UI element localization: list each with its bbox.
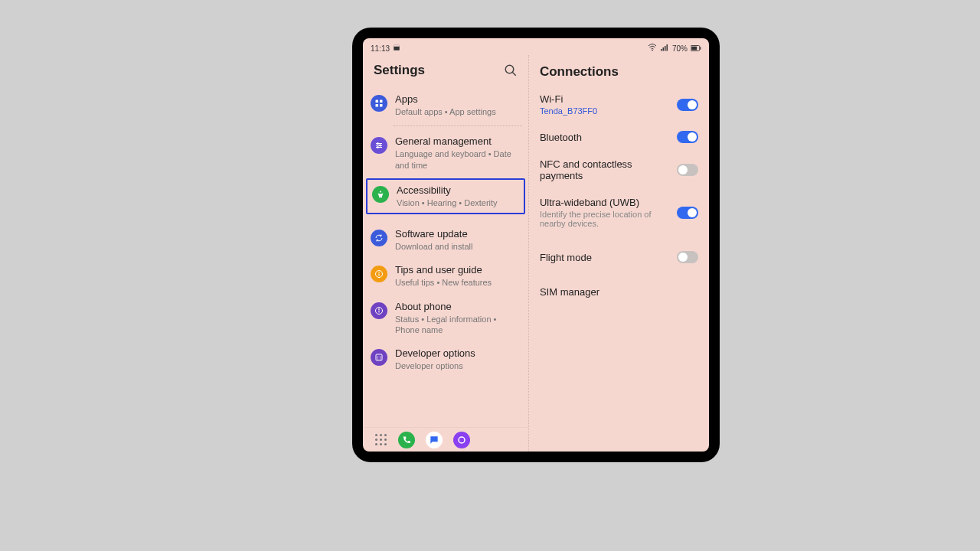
wifi-toggle[interactable] <box>677 99 698 111</box>
item-title: About phone <box>395 301 519 312</box>
item-sub: Default apps • App settings <box>395 106 519 117</box>
settings-item-tips[interactable]: Tips and user guide Useful tips • New fe… <box>363 258 528 294</box>
connections-title: Connections <box>540 64 619 79</box>
svg-rect-3 <box>661 49 662 51</box>
svg-rect-4 <box>662 47 664 51</box>
item-sub: Developer options <box>395 360 519 371</box>
connection-uwb[interactable]: Ultra-wideband (UWB) Identify the precis… <box>529 189 709 236</box>
svg-rect-25 <box>379 274 380 276</box>
settings-item-accessibility[interactable]: Accessibility Vision • Hearing • Dexteri… <box>366 178 525 214</box>
settings-title: Settings <box>374 63 425 78</box>
conn-title: SIM manager <box>540 286 698 298</box>
svg-rect-9 <box>700 47 701 50</box>
svg-point-10 <box>505 65 514 73</box>
item-title: Accessibility <box>397 184 518 196</box>
svg-point-24 <box>378 272 380 274</box>
svg-point-21 <box>377 147 379 148</box>
conn-title: Flight mode <box>540 252 671 263</box>
wifi-icon <box>648 43 657 54</box>
general-management-icon <box>371 137 387 154</box>
status-time: 11:13 <box>371 44 390 53</box>
svg-line-11 <box>512 72 516 76</box>
flight-mode-toggle[interactable] <box>677 251 698 263</box>
connection-bluetooth[interactable]: Bluetooth <box>529 123 709 151</box>
battery-icon <box>691 44 701 53</box>
nav-bar <box>363 427 528 452</box>
tablet-frame: 11:13 70% Settings <box>352 28 720 462</box>
conn-sub: Tenda_B73FF0 <box>540 106 671 116</box>
signal-icon <box>660 43 669 54</box>
svg-rect-14 <box>376 104 379 107</box>
about-phone-icon <box>371 302 387 319</box>
item-title: Software update <box>395 228 519 240</box>
svg-rect-5 <box>665 46 666 51</box>
svg-point-2 <box>652 50 652 51</box>
search-icon[interactable] <box>504 64 518 77</box>
connection-wifi[interactable]: Wi-Fi Tenda_B73FF0 <box>529 86 709 123</box>
software-update-icon <box>371 230 387 246</box>
connection-nfc[interactable]: NFC and contactless payments <box>529 151 709 189</box>
connections-pane: Connections Wi-Fi Tenda_B73FF0 Bluetooth <box>529 55 709 452</box>
item-title: Tips and user guide <box>395 264 519 276</box>
apps-icon <box>371 95 387 112</box>
phone-app-icon[interactable] <box>398 432 415 448</box>
uwb-toggle[interactable] <box>677 207 698 219</box>
app-drawer-icon[interactable] <box>374 433 387 447</box>
svg-point-31 <box>459 437 465 443</box>
svg-rect-15 <box>380 104 383 107</box>
tips-icon <box>371 266 387 282</box>
settings-list-pane: Settings Apps Default apps • App setting… <box>363 55 529 452</box>
svg-point-27 <box>379 308 380 309</box>
svg-point-20 <box>380 145 381 146</box>
settings-item-developer-options[interactable]: { } Developer options Developer options <box>363 341 528 377</box>
svg-text:{ }: { } <box>377 355 381 360</box>
item-sub: Status • Legal information • Phone name <box>395 314 519 336</box>
item-title: General management <box>395 135 519 147</box>
svg-rect-13 <box>380 100 383 103</box>
conn-title: NFC and contactless payments <box>540 158 671 181</box>
connection-flight-mode[interactable]: Flight mode <box>529 243 709 271</box>
svg-rect-8 <box>691 46 697 50</box>
messages-app-icon[interactable] <box>426 432 443 448</box>
calendar-icon <box>393 44 400 53</box>
item-title: Developer options <box>395 347 519 359</box>
svg-rect-1 <box>394 45 400 47</box>
settings-item-software-update[interactable]: Software update Download and install <box>363 222 528 258</box>
svg-rect-6 <box>666 44 668 51</box>
settings-item-apps[interactable]: Apps Default apps • App settings <box>363 87 528 123</box>
battery-text: 70% <box>672 44 688 53</box>
svg-rect-12 <box>376 100 379 103</box>
browser-app-icon[interactable] <box>453 432 470 448</box>
item-sub: Language and keyboard • Date and time <box>395 148 519 171</box>
svg-point-19 <box>377 143 379 145</box>
settings-list: Apps Default apps • App settings General… <box>363 87 528 427</box>
conn-sub: Identify the precise location of nearby … <box>540 210 671 228</box>
item-sub: Useful tips • New features <box>395 277 519 288</box>
developer-icon: { } <box>371 349 387 366</box>
status-bar: 11:13 70% <box>363 38 709 55</box>
connection-sim-manager[interactable]: SIM manager <box>529 279 709 305</box>
svg-point-22 <box>380 191 381 192</box>
content-split: Settings Apps Default apps • App setting… <box>363 55 709 452</box>
screen: 11:13 70% Settings <box>363 38 709 452</box>
item-sub: Download and install <box>395 241 519 252</box>
conn-title: Wi-Fi <box>540 93 671 105</box>
settings-item-about-phone[interactable]: About phone Status • Legal information •… <box>363 295 528 342</box>
item-title: Apps <box>395 93 519 105</box>
nfc-toggle[interactable] <box>677 164 698 176</box>
conn-title: Ultra-wideband (UWB) <box>540 197 671 208</box>
item-sub: Vision • Hearing • Dexterity <box>397 197 518 208</box>
accessibility-icon <box>372 186 389 203</box>
conn-title: Bluetooth <box>540 132 671 143</box>
bluetooth-toggle[interactable] <box>677 131 698 143</box>
settings-item-general-management[interactable]: General management Language and keyboard… <box>363 129 528 177</box>
